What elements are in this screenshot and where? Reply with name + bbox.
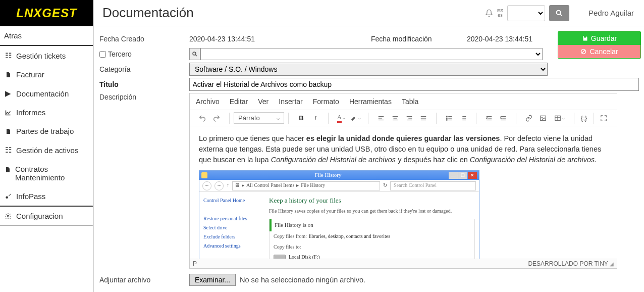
svg-line-1: [560, 14, 562, 16]
sidebar-item-contratos[interactable]: Contratos Mantenimiento: [0, 160, 93, 187]
sidebar-item-tickets[interactable]: ☷Gestión tickets: [0, 46, 93, 65]
sidebar: Atras ☷Gestión tickets Facturar ▶Documen…: [0, 26, 93, 292]
menu-archivo[interactable]: Archivo: [196, 98, 220, 106]
sidebar-item-facturar[interactable]: Facturar: [0, 65, 93, 84]
svg-point-6: [193, 52, 196, 55]
sidebar-back[interactable]: Atras: [0, 26, 93, 45]
sidebar-item-documentacion[interactable]: ▶Documentación: [0, 84, 93, 103]
cog-icon: [4, 213, 12, 220]
editor-powered: DESARROLLADO POR TINY ◢: [528, 260, 614, 267]
ol-icon[interactable]: [458, 113, 469, 124]
editor-content[interactable]: Lo primero que tienes que hacer es elegi…: [190, 126, 617, 259]
username[interactable]: Pedro Aguilar: [588, 9, 634, 17]
title-input[interactable]: [189, 78, 639, 91]
ul-icon[interactable]: [444, 113, 455, 124]
attach-label: Adjuntar archivo: [98, 276, 189, 284]
align-center-icon[interactable]: [390, 113, 401, 124]
save-button[interactable]: Guardar: [558, 32, 640, 45]
bell-icon[interactable]: [485, 9, 493, 17]
svg-point-0: [557, 10, 561, 14]
embedded-screenshot: File History —☐✕ ←→↑ 🖥▸All Control Panel…: [199, 170, 479, 259]
sidebar-item-informes[interactable]: Informes: [0, 103, 93, 122]
indent-icon[interactable]: [498, 113, 509, 124]
chart-icon: [4, 110, 12, 116]
svg-point-36: [542, 117, 543, 118]
rich-editor: Archivo Editar Ver Insertar Formato Herr…: [189, 93, 617, 269]
tercero-select[interactable]: [200, 48, 543, 60]
menu-herramientas[interactable]: Herramientas: [349, 98, 392, 106]
paragraph-select[interactable]: Párrafo⌵: [234, 112, 284, 124]
play-icon: ▶: [4, 89, 12, 98]
lookup-button[interactable]: [189, 48, 200, 60]
tercero-checkbox[interactable]: [99, 51, 106, 58]
svg-line-7: [195, 55, 197, 56]
image-icon[interactable]: [538, 113, 549, 124]
sidebar-item-infopass[interactable]: InfoPass: [0, 187, 93, 206]
created-label: Fecha Creado: [98, 35, 189, 43]
fullscreen-icon[interactable]: [598, 113, 609, 124]
code-icon[interactable]: {;}: [578, 113, 589, 124]
file-icon: [4, 71, 12, 78]
link-icon[interactable]: [523, 113, 534, 124]
title-label: Titulo: [98, 80, 189, 88]
svg-point-22: [446, 119, 447, 120]
svg-point-20: [446, 116, 447, 117]
sidebar-item-partes[interactable]: Partes de trabajo: [0, 122, 93, 140]
align-left-icon[interactable]: [375, 113, 387, 124]
italic-icon[interactable]: I: [310, 113, 321, 124]
description-label: Descripción: [98, 93, 189, 101]
cancel-button[interactable]: Cancelar: [558, 45, 640, 58]
sidebar-item-activos[interactable]: ☷Gestión de activos: [0, 140, 93, 160]
svg-point-3: [7, 215, 9, 217]
menu-editar[interactable]: Editar: [230, 98, 248, 106]
bold-icon[interactable]: B: [296, 113, 307, 124]
redo-icon[interactable]: [211, 113, 222, 124]
editor-toolbar: Párrafo⌵ B I A⌵ ⌵: [190, 110, 617, 126]
category-select[interactable]: Software / S.O. / Windows: [189, 63, 548, 76]
language-flag[interactable]: ES es: [497, 9, 503, 18]
undo-icon[interactable]: [197, 113, 208, 124]
svg-line-5: [582, 50, 585, 53]
svg-point-21: [446, 118, 447, 119]
dashboard-icon: ☷: [4, 51, 12, 60]
category-label: Categoría: [98, 65, 189, 73]
file-icon: [4, 166, 11, 173]
menu-tabla[interactable]: Tabla: [402, 98, 418, 106]
menu-ver[interactable]: Ver: [258, 98, 269, 106]
menu-insertar[interactable]: Insertar: [279, 98, 302, 106]
action-buttons: Guardar Cancelar: [558, 31, 641, 59]
search-button[interactable]: [549, 5, 569, 21]
browse-button[interactable]: Examinar...: [189, 274, 236, 286]
modified-label: Fecha modificación: [371, 35, 467, 43]
menu-formato[interactable]: Formato: [313, 98, 339, 106]
page-title: Documentación: [102, 5, 485, 21]
align-justify-icon[interactable]: [418, 113, 429, 124]
tercero-row: Tercero: [98, 50, 189, 58]
file-icon: [4, 128, 12, 135]
editor-path: P: [193, 260, 197, 267]
created-value: 2020-04-23 13:44:51: [189, 35, 371, 43]
sidebar-item-config[interactable]: Configuracion: [0, 207, 93, 225]
no-file-text: No se ha seleccionado ningún archivo.: [240, 276, 365, 284]
tercero-label: Tercero: [108, 50, 132, 58]
top-select[interactable]: [507, 5, 545, 21]
outdent-icon[interactable]: [484, 113, 495, 124]
textcolor-icon[interactable]: A⌵: [336, 113, 347, 124]
editor-menubar: Archivo Editar Ver Insertar Formato Herr…: [190, 93, 617, 110]
table-icon[interactable]: ⌵: [552, 113, 567, 124]
highlight-icon[interactable]: ⌵: [350, 113, 361, 124]
key-icon: [4, 193, 12, 200]
brand-logo: LNXGEST: [0, 0, 93, 26]
align-right-icon[interactable]: [404, 113, 415, 124]
eye-icon: ☷: [4, 145, 12, 155]
